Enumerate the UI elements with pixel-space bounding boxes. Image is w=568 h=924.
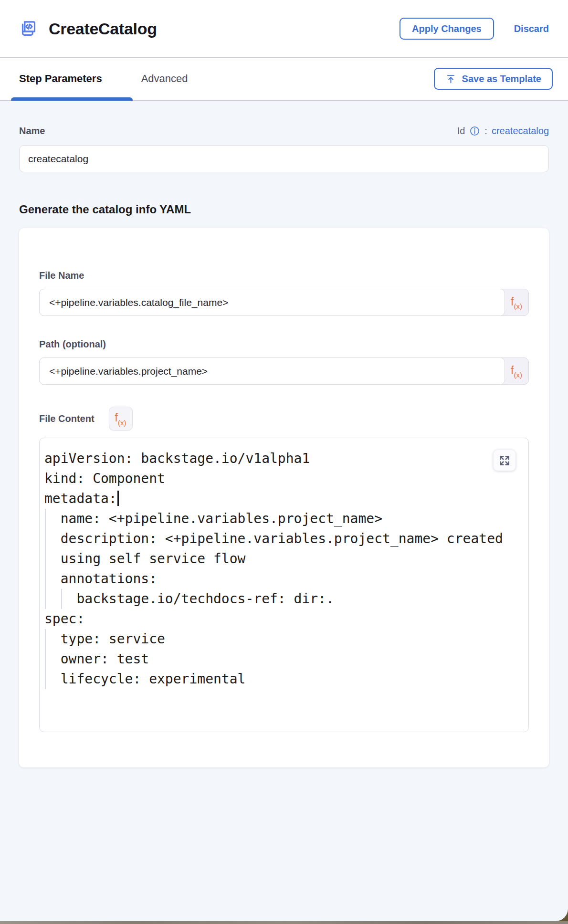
discard-button[interactable]: Discard <box>514 23 549 34</box>
header: CreateCatalog Apply Changes Discard <box>0 0 568 58</box>
code-content: apiVersion: backstage.io/v1alpha1kind: C… <box>44 449 519 689</box>
text-caret <box>117 491 119 506</box>
path-field: Path (optional) f(x) <box>39 339 529 385</box>
screen-bottom-edge <box>0 921 568 924</box>
expand-editor-button[interactable] <box>493 450 516 471</box>
file-name-label: File Name <box>39 270 529 281</box>
upload-icon <box>445 74 456 84</box>
name-row: Name Id : createcatalog <box>19 126 549 136</box>
fx-icon: f(x) <box>511 364 522 378</box>
file-name-input[interactable] <box>39 289 505 316</box>
file-content-label-row: File Content f(x) <box>39 407 529 430</box>
step-fields-card: File Name f(x) Path (optional) f(x) <box>19 228 549 767</box>
fx-icon: f(x) <box>115 411 126 426</box>
file-name-input-group: f(x) <box>39 289 529 316</box>
path-input-group: f(x) <box>39 357 529 385</box>
id-label: Id <box>457 126 465 136</box>
tab-bar: Step Parameters Advanced Save as Templat… <box>0 58 568 101</box>
file-content-fx-button[interactable]: f(x) <box>109 407 133 430</box>
step-config-panel: CreateCatalog Apply Changes Discard Step… <box>0 0 568 924</box>
step-parameters-form: Name Id : createcatalog Generate the cat… <box>0 101 568 921</box>
fx-icon: f(x) <box>511 295 522 310</box>
tab-advanced[interactable]: Advanced <box>141 73 188 85</box>
indent-guide <box>61 589 62 609</box>
name-label: Name <box>19 126 45 136</box>
tab-step-parameters[interactable]: Step Parameters <box>19 73 102 85</box>
page-title: CreateCatalog <box>49 20 157 38</box>
active-tab-underline <box>11 97 133 101</box>
file-content-label: File Content <box>39 413 95 424</box>
save-as-template-button[interactable]: Save as Template <box>434 68 553 90</box>
id-value-link[interactable]: createcatalog <box>492 126 549 136</box>
indent-guide <box>45 629 46 689</box>
apply-changes-button[interactable]: Apply Changes <box>400 18 494 40</box>
code-script-icon <box>19 19 38 38</box>
file-name-fx-button[interactable]: f(x) <box>505 289 528 315</box>
save-as-template-label: Save as Template <box>462 74 541 84</box>
path-input[interactable] <box>39 357 505 385</box>
path-label: Path (optional) <box>39 339 529 350</box>
path-fx-button[interactable]: f(x) <box>505 358 528 384</box>
name-input[interactable] <box>19 145 549 172</box>
id-separator: : <box>484 126 487 136</box>
file-content-editor[interactable]: apiVersion: backstage.io/v1alpha1kind: C… <box>39 438 529 732</box>
section-heading: Generate the catalog info YAML <box>19 203 549 216</box>
indent-guide <box>45 509 46 609</box>
file-name-field: File Name f(x) <box>39 270 529 316</box>
id-cluster: Id : createcatalog <box>457 126 549 136</box>
info-icon[interactable] <box>469 126 480 136</box>
